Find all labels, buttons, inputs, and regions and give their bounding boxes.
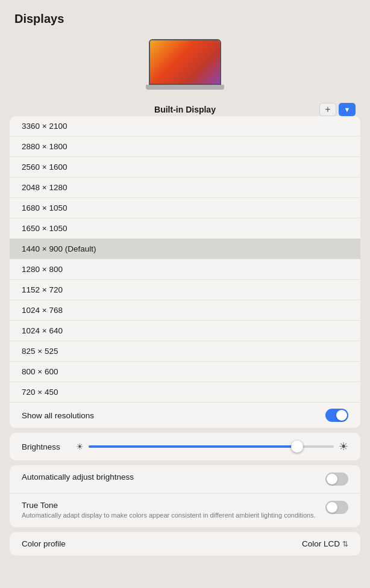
auto-brightness-row: Automatically adjust brightness — [10, 465, 360, 494]
display-icon — [146, 39, 224, 93]
true-tone-desc: Automatically adapt display to make colo… — [22, 511, 316, 520]
brightness-section: Brightness ☀ ☀ — [10, 433, 360, 460]
stepper-icon: ⇅ — [342, 540, 348, 548]
display-dropdown-button[interactable]: ▼ — [339, 103, 356, 116]
resolution-item-6[interactable]: 1440 × 900 (Default) — [10, 239, 360, 259]
add-display-button[interactable]: + — [319, 103, 336, 116]
slider-fill — [89, 445, 297, 448]
resolution-item-13[interactable]: 720 × 450 — [10, 382, 360, 403]
resolution-item-11[interactable]: 825 × 525 — [10, 341, 360, 362]
auto-brightness-label: Automatically adjust brightness — [22, 472, 316, 481]
show-all-toggle[interactable] — [325, 409, 348, 422]
laptop-base — [146, 85, 224, 90]
resolution-item-2[interactable]: 2560 × 1600 — [10, 157, 360, 178]
toggle-thumb — [336, 410, 347, 421]
resolution-item-1[interactable]: 2880 × 1800 — [10, 137, 360, 157]
chevron-down-icon: ▼ — [344, 106, 351, 113]
resolution-item-10[interactable]: 1024 × 640 — [10, 321, 360, 341]
brightness-label: Brightness — [22, 442, 70, 451]
header: Displays — [0, 0, 370, 33]
resolution-item-5[interactable]: 1650 × 1050 — [10, 218, 360, 239]
true-tone-toggle-thumb — [327, 502, 337, 513]
brightness-slider-container: ☀ ☀ — [76, 440, 348, 453]
color-profile-text: Color LCD — [302, 539, 340, 548]
display-name-row: Built-in Display + ▼ — [0, 103, 370, 116]
resolution-item-12[interactable]: 800 × 600 — [10, 362, 360, 382]
slider-thumb[interactable] — [291, 441, 303, 453]
display-preview-section — [0, 33, 370, 103]
display-buttons: + ▼ — [319, 103, 356, 116]
auto-brightness-toggle-thumb — [327, 474, 337, 484]
show-all-row: Show all resolutions — [10, 403, 360, 428]
resolution-item-3[interactable]: 2048 × 1280 — [10, 178, 360, 198]
auto-section: Automatically adjust brightness True Ton… — [10, 465, 360, 527]
brightness-slider[interactable] — [89, 445, 334, 448]
resolution-list: 3360 × 2100 2880 × 1800 2560 × 1600 2048… — [10, 116, 360, 428]
color-profile-row: Color profile Color LCD ⇅ — [10, 532, 360, 556]
true-tone-toggle[interactable] — [325, 501, 348, 514]
laptop-screen — [149, 39, 221, 85]
auto-brightness-toggle[interactable] — [325, 472, 348, 486]
plus-icon: + — [325, 104, 330, 115]
resolution-item-7[interactable]: 1280 × 800 — [10, 259, 360, 280]
brightness-row: Brightness ☀ ☀ — [22, 440, 348, 453]
sun-small-icon: ☀ — [76, 442, 84, 451]
resolution-item-4[interactable]: 1680 × 1050 — [10, 198, 360, 218]
color-profile-value[interactable]: Color LCD ⇅ — [302, 539, 348, 548]
true-tone-row: True Tone Automatically adapt display to… — [10, 494, 360, 527]
display-name: Built-in Display — [51, 105, 319, 114]
resolution-item-9[interactable]: 1024 × 768 — [10, 300, 360, 321]
show-all-label: Show all resolutions — [22, 411, 94, 420]
auto-brightness-text: Automatically adjust brightness — [22, 472, 325, 481]
color-profile-label: Color profile — [22, 539, 66, 548]
displays-page: Displays Built-in Display + ▼ 3360 × 210… — [0, 0, 370, 588]
laptop-screen-wallpaper — [150, 40, 220, 84]
resolution-item-8[interactable]: 1152 × 720 — [10, 280, 360, 300]
true-tone-text: True Tone Automatically adapt display to… — [22, 501, 325, 520]
page-title: Displays — [14, 12, 64, 25]
resolution-item-0[interactable]: 3360 × 2100 — [10, 116, 360, 137]
true-tone-label: True Tone — [22, 501, 316, 510]
sun-large-icon: ☀ — [339, 440, 348, 453]
